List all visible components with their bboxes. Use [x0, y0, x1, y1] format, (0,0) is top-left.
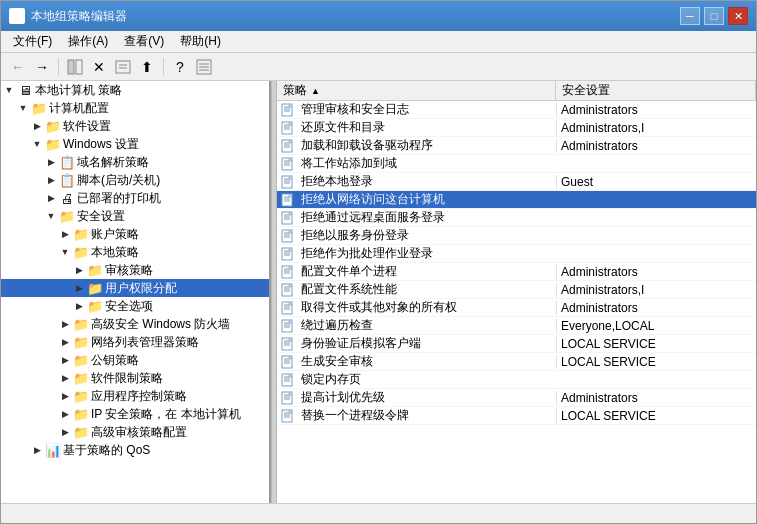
tree-item-local-policy[interactable]: ▼🖥本地计算机 策略 — [1, 81, 269, 99]
tree-item-qos[interactable]: ▶📊基于策略的 QoS — [1, 441, 269, 459]
expand-icon[interactable]: ▶ — [57, 316, 73, 332]
list-row[interactable]: 拒绝以服务身份登录 — [277, 227, 756, 245]
expand-icon[interactable]: ▼ — [29, 136, 45, 152]
tree-item-audit-policy[interactable]: ▶📁审核策略 — [1, 261, 269, 279]
tree-item-software-restriction[interactable]: ▶📁软件限制策略 — [1, 369, 269, 387]
tree-item-label: 用户权限分配 — [105, 280, 177, 297]
tree-item-scripts[interactable]: ▶📋脚本(启动/关机) — [1, 171, 269, 189]
back-button[interactable]: ← — [7, 56, 29, 78]
tree-item-security-settings[interactable]: ▼📁安全设置 — [1, 207, 269, 225]
list-row[interactable]: 将工作站添加到域 — [277, 155, 756, 173]
tree-item-icon: 📊 — [45, 442, 61, 458]
menu-item[interactable]: 查看(V) — [116, 31, 172, 52]
list-row[interactable]: 加载和卸载设备驱动程序Administrators — [277, 137, 756, 155]
list-row[interactable]: 取得文件或其他对象的所有权Administrators — [277, 299, 756, 317]
list-row[interactable]: 还原文件和目录Administrators,I — [277, 119, 756, 137]
tree-item-software-settings[interactable]: ▶📁软件设置 — [1, 117, 269, 135]
list-body[interactable]: 管理审核和安全日志Administrators还原文件和目录Administra… — [277, 101, 756, 503]
expand-icon[interactable]: ▶ — [43, 154, 59, 170]
tree-item-ip-security[interactable]: ▶📁IP 安全策略，在 本地计算机 — [1, 405, 269, 423]
policy-name: 生成安全审核 — [301, 353, 373, 370]
show-hide-button[interactable] — [64, 56, 86, 78]
tree-item-icon: 📁 — [31, 100, 47, 116]
list-row[interactable]: 提高计划优先级Administrators — [277, 389, 756, 407]
policy-icon — [281, 211, 295, 225]
tree-item-user-rights[interactable]: ▶📁用户权限分配 — [1, 279, 269, 297]
list-row[interactable]: 配置文件系统性能Administrators,I — [277, 281, 756, 299]
expand-icon[interactable]: ▶ — [57, 406, 73, 422]
list-row[interactable]: 拒绝通过远程桌面服务登录 — [277, 209, 756, 227]
list-row[interactable]: 生成安全审核LOCAL SERVICE — [277, 353, 756, 371]
policy-name: 将工作站添加到域 — [301, 155, 397, 172]
tree-item-applocker[interactable]: ▶📁应用程序控制策略 — [1, 387, 269, 405]
expand-icon[interactable]: ▼ — [15, 100, 31, 116]
list-row[interactable]: 替换一个进程级令牌LOCAL SERVICE — [277, 407, 756, 425]
expand-icon[interactable]: ▶ — [57, 370, 73, 386]
tree-pane[interactable]: ▼🖥本地计算机 策略▼📁计算机配置▶📁软件设置▼📁Windows 设置▶📋域名解… — [1, 81, 271, 503]
policy-icon — [281, 229, 295, 243]
policy-icon — [281, 301, 295, 315]
tree-item-account-policy[interactable]: ▶📁账户策略 — [1, 225, 269, 243]
tree-item-audit-config[interactable]: ▶📁高级审核策略配置 — [1, 423, 269, 441]
policy-name: 管理审核和安全日志 — [301, 101, 409, 118]
expand-icon[interactable]: ▶ — [57, 226, 73, 242]
expand-icon[interactable]: ▶ — [43, 172, 59, 188]
tree-item-label: 软件限制策略 — [91, 370, 163, 387]
help-button[interactable]: ? — [169, 56, 191, 78]
expand-icon[interactable]: ▶ — [29, 442, 45, 458]
minimize-button[interactable]: ─ — [680, 7, 700, 25]
list-row[interactable]: 管理审核和安全日志Administrators — [277, 101, 756, 119]
tree-item-printers[interactable]: ▶🖨已部署的打印机 — [1, 189, 269, 207]
tree-item-windows-settings[interactable]: ▼📁Windows 设置 — [1, 135, 269, 153]
export-button[interactable] — [193, 56, 215, 78]
tree-item-computer-config[interactable]: ▼📁计算机配置 — [1, 99, 269, 117]
delete-button[interactable]: ✕ — [88, 56, 110, 78]
policy-icon — [281, 193, 295, 207]
menu-item[interactable]: 文件(F) — [5, 31, 60, 52]
policy-column-header[interactable]: 策略 ▲ — [277, 81, 556, 100]
list-row[interactable]: 身份验证后模拟客户端LOCAL SERVICE — [277, 335, 756, 353]
menu-item[interactable]: 操作(A) — [60, 31, 116, 52]
security-column-header[interactable]: 安全设置 — [556, 81, 756, 100]
tree-item-name-resolution[interactable]: ▶📋域名解析策略 — [1, 153, 269, 171]
expand-icon[interactable]: ▶ — [57, 424, 73, 440]
expand-icon[interactable]: ▶ — [57, 388, 73, 404]
tree-item-label: 软件设置 — [63, 118, 111, 135]
policy-cell: 绕过遍历检查 — [277, 317, 556, 334]
list-row[interactable]: 拒绝本地登录Guest — [277, 173, 756, 191]
menu-item[interactable]: 帮助(H) — [172, 31, 229, 52]
expand-icon[interactable]: ▼ — [43, 208, 59, 224]
list-row[interactable]: 绕过遍历检查Everyone,LOCAL — [277, 317, 756, 335]
list-row[interactable]: 锁定内存页 — [277, 371, 756, 389]
list-row[interactable]: 拒绝从网络访问这台计算机 — [277, 191, 756, 209]
expand-icon[interactable]: ▼ — [1, 82, 17, 98]
tree-item-icon: 📁 — [73, 334, 89, 350]
maximize-button[interactable]: □ — [704, 7, 724, 25]
expand-icon[interactable]: ▶ — [71, 298, 87, 314]
expand-icon[interactable]: ▼ — [57, 244, 73, 260]
policy-name: 锁定内存页 — [301, 371, 361, 388]
expand-icon[interactable]: ▶ — [29, 118, 45, 134]
tree-item-security-options[interactable]: ▶📁安全选项 — [1, 297, 269, 315]
security-cell: LOCAL SERVICE — [556, 355, 756, 369]
policy-cell: 拒绝以服务身份登录 — [277, 227, 556, 244]
tree-item-local-policy2[interactable]: ▼📁本地策略 — [1, 243, 269, 261]
properties-button[interactable] — [112, 56, 134, 78]
list-row[interactable]: 拒绝作为批处理作业登录 — [277, 245, 756, 263]
expand-icon[interactable]: ▶ — [71, 280, 87, 296]
expand-icon[interactable]: ▶ — [71, 262, 87, 278]
tree-item-icon: 📁 — [87, 262, 103, 278]
tree-item-public-key[interactable]: ▶📁公钥策略 — [1, 351, 269, 369]
tree-item-network-list[interactable]: ▶📁网络列表管理器策略 — [1, 333, 269, 351]
policy-name: 取得文件或其他对象的所有权 — [301, 299, 457, 316]
up-button[interactable]: ⬆ — [136, 56, 158, 78]
tree-item-icon: 🖥 — [17, 82, 33, 98]
tree-item-advanced-firewall[interactable]: ▶📁高级安全 Windows 防火墙 — [1, 315, 269, 333]
tree-item-label: 高级安全 Windows 防火墙 — [91, 316, 230, 333]
forward-button[interactable]: → — [31, 56, 53, 78]
expand-icon[interactable]: ▶ — [57, 334, 73, 350]
list-row[interactable]: 配置文件单个进程Administrators — [277, 263, 756, 281]
close-button[interactable]: ✕ — [728, 7, 748, 25]
expand-icon[interactable]: ▶ — [57, 352, 73, 368]
expand-icon[interactable]: ▶ — [43, 190, 59, 206]
